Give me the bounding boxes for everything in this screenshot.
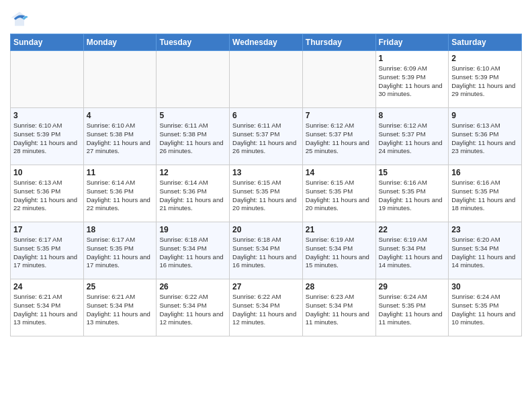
day-info: Sunrise: 6:11 AM Sunset: 5:37 PM Dayligh… [232,122,300,156]
calendar-cell: 8Sunrise: 6:12 AM Sunset: 5:37 PM Daylig… [375,108,449,165]
day-number: 24 [13,282,81,291]
day-number: 26 [159,282,226,291]
calendar-cell [83,51,157,108]
day-info: Sunrise: 6:13 AM Sunset: 5:36 PM Dayligh… [451,122,519,156]
day-number: 29 [379,282,446,291]
day-info: Sunrise: 6:12 AM Sunset: 5:37 PM Dayligh… [379,122,446,156]
page-container: SundayMondayTuesdayWednesdayThursdayFrid… [0,0,532,343]
calendar-cell: 29Sunrise: 6:24 AM Sunset: 5:35 PM Dayli… [375,279,449,336]
calendar-week-row: 17Sunrise: 6:17 AM Sunset: 5:35 PM Dayli… [11,222,522,279]
calendar-cell: 21Sunrise: 6:19 AM Sunset: 5:34 PM Dayli… [302,222,375,279]
day-number: 6 [232,111,300,120]
calendar-cell: 4Sunrise: 6:10 AM Sunset: 5:38 PM Daylig… [83,108,157,165]
day-number: 5 [159,111,226,120]
calendar-cell: 24Sunrise: 6:21 AM Sunset: 5:34 PM Dayli… [11,279,84,336]
day-info: Sunrise: 6:10 AM Sunset: 5:39 PM Dayligh… [13,122,81,156]
calendar-cell: 17Sunrise: 6:17 AM Sunset: 5:35 PM Dayli… [11,222,84,279]
day-info: Sunrise: 6:14 AM Sunset: 5:36 PM Dayligh… [87,179,154,213]
day-info: Sunrise: 6:17 AM Sunset: 5:35 PM Dayligh… [13,236,81,270]
calendar-cell: 28Sunrise: 6:23 AM Sunset: 5:34 PM Dayli… [302,279,375,336]
day-info: Sunrise: 6:24 AM Sunset: 5:35 PM Dayligh… [379,293,446,327]
day-number: 23 [451,225,519,234]
calendar-cell: 11Sunrise: 6:14 AM Sunset: 5:36 PM Dayli… [83,165,157,222]
day-info: Sunrise: 6:23 AM Sunset: 5:34 PM Dayligh… [306,293,373,327]
day-number: 9 [451,111,519,120]
day-number: 25 [87,282,154,291]
calendar-cell: 12Sunrise: 6:14 AM Sunset: 5:36 PM Dayli… [157,165,230,222]
day-info: Sunrise: 6:17 AM Sunset: 5:35 PM Dayligh… [87,236,154,270]
day-info: Sunrise: 6:12 AM Sunset: 5:37 PM Dayligh… [306,122,373,156]
day-info: Sunrise: 6:24 AM Sunset: 5:35 PM Dayligh… [451,293,519,327]
calendar-cell: 13Sunrise: 6:15 AM Sunset: 5:35 PM Dayli… [230,165,303,222]
calendar-cell: 22Sunrise: 6:19 AM Sunset: 5:34 PM Dayli… [375,222,449,279]
day-info: Sunrise: 6:10 AM Sunset: 5:39 PM Dayligh… [451,64,519,99]
day-info: Sunrise: 6:18 AM Sunset: 5:34 PM Dayligh… [159,236,226,270]
day-info: Sunrise: 6:13 AM Sunset: 5:36 PM Dayligh… [13,179,81,213]
day-number: 30 [451,282,519,291]
calendar-week-row: 24Sunrise: 6:21 AM Sunset: 5:34 PM Dayli… [11,279,522,336]
calendar-cell [230,51,303,108]
calendar-header-friday: Friday [375,34,449,51]
day-number: 7 [306,111,373,120]
calendar-cell: 27Sunrise: 6:22 AM Sunset: 5:34 PM Dayli… [230,279,303,336]
day-number: 8 [379,111,446,120]
calendar-cell: 18Sunrise: 6:17 AM Sunset: 5:35 PM Dayli… [83,222,157,279]
calendar-cell: 26Sunrise: 6:22 AM Sunset: 5:34 PM Dayli… [157,279,230,336]
calendar-cell: 5Sunrise: 6:11 AM Sunset: 5:38 PM Daylig… [157,108,230,165]
day-number: 14 [306,168,373,177]
calendar-cell: 30Sunrise: 6:24 AM Sunset: 5:35 PM Dayli… [449,279,522,336]
day-info: Sunrise: 6:09 AM Sunset: 5:39 PM Dayligh… [379,64,446,99]
calendar-header-monday: Monday [83,34,157,51]
calendar-cell: 23Sunrise: 6:20 AM Sunset: 5:34 PM Dayli… [449,222,522,279]
calendar-cell [302,51,375,108]
calendar-header-saturday: Saturday [449,34,522,51]
day-info: Sunrise: 6:15 AM Sunset: 5:35 PM Dayligh… [232,179,300,213]
day-info: Sunrise: 6:15 AM Sunset: 5:35 PM Dayligh… [306,179,373,213]
day-number: 27 [232,282,300,291]
calendar-cell: 3Sunrise: 6:10 AM Sunset: 5:39 PM Daylig… [11,108,84,165]
day-info: Sunrise: 6:11 AM Sunset: 5:38 PM Dayligh… [159,122,226,156]
day-number: 22 [379,225,446,234]
day-number: 21 [306,225,373,234]
calendar-cell: 14Sunrise: 6:15 AM Sunset: 5:35 PM Dayli… [302,165,375,222]
day-info: Sunrise: 6:22 AM Sunset: 5:34 PM Dayligh… [159,293,226,327]
day-info: Sunrise: 6:21 AM Sunset: 5:34 PM Dayligh… [13,293,81,327]
day-number: 10 [13,168,81,177]
day-info: Sunrise: 6:16 AM Sunset: 5:35 PM Dayligh… [379,179,446,213]
day-number: 2 [451,54,519,63]
day-number: 13 [232,168,300,177]
svg-marker-0 [11,12,28,26]
day-number: 15 [379,168,446,177]
calendar-cell: 10Sunrise: 6:13 AM Sunset: 5:36 PM Dayli… [11,165,84,222]
calendar-cell: 9Sunrise: 6:13 AM Sunset: 5:36 PM Daylig… [449,108,522,165]
day-number: 18 [87,225,154,234]
day-info: Sunrise: 6:20 AM Sunset: 5:34 PM Dayligh… [451,236,519,270]
calendar-cell: 25Sunrise: 6:21 AM Sunset: 5:34 PM Dayli… [83,279,157,336]
day-number: 1 [379,54,446,63]
calendar-cell: 2Sunrise: 6:10 AM Sunset: 5:39 PM Daylig… [449,51,522,108]
day-info: Sunrise: 6:22 AM Sunset: 5:34 PM Dayligh… [232,293,300,327]
day-info: Sunrise: 6:19 AM Sunset: 5:34 PM Dayligh… [379,236,446,270]
day-info: Sunrise: 6:16 AM Sunset: 5:35 PM Dayligh… [451,179,519,213]
calendar-header-row: SundayMondayTuesdayWednesdayThursdayFrid… [11,34,522,51]
logo-icon [10,9,29,28]
calendar-cell: 20Sunrise: 6:18 AM Sunset: 5:34 PM Dayli… [230,222,303,279]
day-number: 3 [13,111,81,120]
calendar-cell: 6Sunrise: 6:11 AM Sunset: 5:37 PM Daylig… [230,108,303,165]
calendar-cell: 7Sunrise: 6:12 AM Sunset: 5:37 PM Daylig… [302,108,375,165]
header [10,7,522,28]
calendar-week-row: 1Sunrise: 6:09 AM Sunset: 5:39 PM Daylig… [11,51,522,108]
day-info: Sunrise: 6:10 AM Sunset: 5:38 PM Dayligh… [87,122,154,156]
calendar-week-row: 3Sunrise: 6:10 AM Sunset: 5:39 PM Daylig… [11,108,522,165]
day-number: 28 [306,282,373,291]
calendar-table: SundayMondayTuesdayWednesdayThursdayFrid… [10,34,522,336]
calendar-cell: 1Sunrise: 6:09 AM Sunset: 5:39 PM Daylig… [375,51,449,108]
day-number: 4 [87,111,154,120]
calendar-cell [157,51,230,108]
calendar-header-sunday: Sunday [11,34,84,51]
calendar-cell: 19Sunrise: 6:18 AM Sunset: 5:34 PM Dayli… [157,222,230,279]
calendar-header-thursday: Thursday [302,34,375,51]
calendar-cell [11,51,84,108]
day-info: Sunrise: 6:21 AM Sunset: 5:34 PM Dayligh… [87,293,154,327]
calendar-cell: 16Sunrise: 6:16 AM Sunset: 5:35 PM Dayli… [449,165,522,222]
